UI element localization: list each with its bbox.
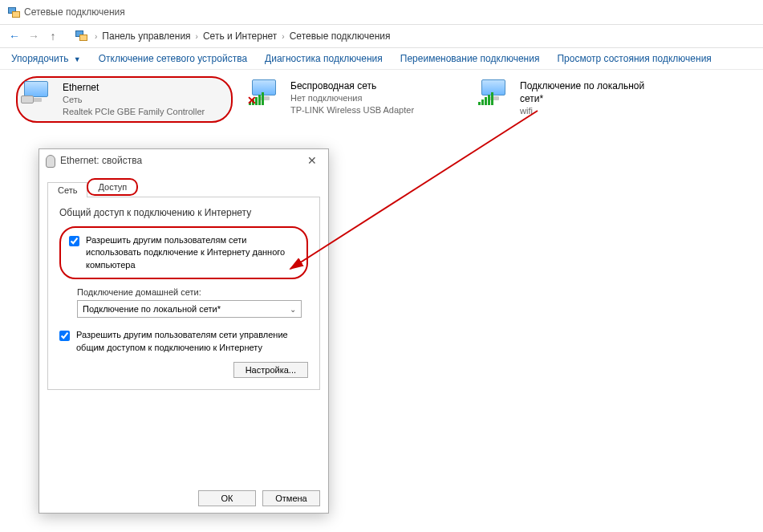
connection-name: Беспроводная сеть bbox=[290, 79, 414, 92]
ethernet-adapter-icon bbox=[21, 81, 55, 110]
group-title: Общий доступ к подключению к Интернету bbox=[59, 207, 308, 218]
chevron-icon: › bbox=[90, 32, 102, 41]
dropdown-value: Подключение по локальной сети* bbox=[83, 304, 221, 314]
address-bar: ← → ↑ › Панель управления › Сеть и Интер… bbox=[0, 24, 763, 48]
connection-status: Сеть bbox=[63, 94, 205, 106]
cancel-button[interactable]: Отмена bbox=[262, 490, 320, 506]
nav-back-button[interactable]: ← bbox=[5, 26, 24, 46]
disconnected-x-icon: ✕ bbox=[247, 94, 257, 107]
nav-forward-button[interactable]: → bbox=[24, 26, 43, 46]
tab-network[interactable]: Сеть bbox=[47, 182, 87, 197]
window-title: Сетевые подключения bbox=[24, 6, 125, 18]
ok-button[interactable]: ОК bbox=[198, 490, 256, 506]
internet-sharing-group: Общий доступ к подключению к Интернету Р… bbox=[47, 197, 320, 390]
dialog-tabs: Сеть Доступ bbox=[47, 178, 320, 197]
dialog-titlebar: Ethernet: свойства ✕ bbox=[39, 149, 328, 172]
rename-connection-button[interactable]: Переименование подключения bbox=[400, 53, 540, 64]
wifi-adapter-icon bbox=[478, 79, 512, 108]
control-panel-icon bbox=[74, 30, 87, 43]
connection-status: Нет подключения bbox=[290, 92, 414, 104]
chevron-down-icon: ⌄ bbox=[290, 305, 296, 314]
chevron-icon: › bbox=[191, 32, 203, 41]
toolbar: Упорядочить ▼ Отключение сетевого устрой… bbox=[0, 48, 763, 70]
allow-control-row: Разрешить другим пользователям сети упра… bbox=[59, 329, 308, 354]
organize-menu[interactable]: Упорядочить ▼ bbox=[11, 53, 81, 64]
allow-sharing-row: Разрешить другим пользователям сети испо… bbox=[59, 226, 308, 279]
chevron-icon: › bbox=[277, 32, 289, 41]
allow-sharing-checkbox[interactable] bbox=[69, 236, 79, 246]
properties-icon bbox=[46, 155, 55, 168]
organize-label: Упорядочить bbox=[11, 53, 68, 64]
disable-device-button[interactable]: Отключение сетевого устройства bbox=[99, 53, 247, 64]
dialog-title: Ethernet: свойства bbox=[60, 155, 142, 166]
diagnose-connection-button[interactable]: Диагностика подключения bbox=[265, 53, 383, 64]
home-network-label: Подключение домашней сети: bbox=[77, 287, 308, 297]
breadcrumb-network[interactable]: Сеть и Интернет bbox=[203, 30, 277, 42]
connection-wireless[interactable]: ✕ Беспроводная сеть Нет подключения TP-L… bbox=[246, 76, 462, 123]
connection-ethernet[interactable]: Ethernet Сеть Realtek PCIe GBE Family Co… bbox=[16, 76, 233, 123]
ethernet-properties-dialog: Ethernet: свойства ✕ Сеть Доступ Общий д… bbox=[39, 148, 329, 514]
breadcrumb-root[interactable]: Панель управления bbox=[102, 30, 190, 42]
view-status-button[interactable]: Просмотр состояния подключения bbox=[557, 53, 711, 64]
connection-local-network[interactable]: Подключение по локальной сети* wifi bbox=[475, 76, 651, 123]
chevron-down-icon: ▼ bbox=[74, 55, 81, 63]
network-connections-icon bbox=[6, 6, 19, 18]
connection-name: Ethernet bbox=[63, 81, 205, 94]
window-titlebar: Сетевые подключения bbox=[0, 0, 763, 24]
settings-button[interactable]: Настройка... bbox=[233, 362, 308, 378]
connections-panel: Ethernet Сеть Realtek PCIe GBE Family Co… bbox=[0, 70, 763, 129]
wifi-adapter-icon: ✕ bbox=[249, 79, 282, 108]
allow-sharing-label: Разрешить другим пользователям сети испо… bbox=[86, 234, 298, 271]
home-network-dropdown[interactable]: Подключение по локальной сети* ⌄ bbox=[77, 300, 302, 318]
dialog-footer: ОК Отмена bbox=[198, 490, 320, 506]
connection-status: wifi bbox=[520, 105, 648, 117]
allow-control-label: Разрешить другим пользователям сети упра… bbox=[76, 329, 308, 354]
connection-device: Realtek PCIe GBE Family Controller bbox=[63, 106, 205, 118]
tab-sharing[interactable]: Доступ bbox=[87, 178, 138, 196]
connection-device: TP-LINK Wireless USB Adapter bbox=[290, 104, 414, 116]
allow-control-checkbox[interactable] bbox=[59, 331, 70, 341]
connection-name: Подключение по локальной сети* bbox=[520, 79, 648, 105]
close-button[interactable]: ✕ bbox=[302, 154, 322, 167]
breadcrumb-connections[interactable]: Сетевые подключения bbox=[290, 30, 391, 42]
nav-up-button[interactable]: ↑ bbox=[43, 26, 63, 46]
